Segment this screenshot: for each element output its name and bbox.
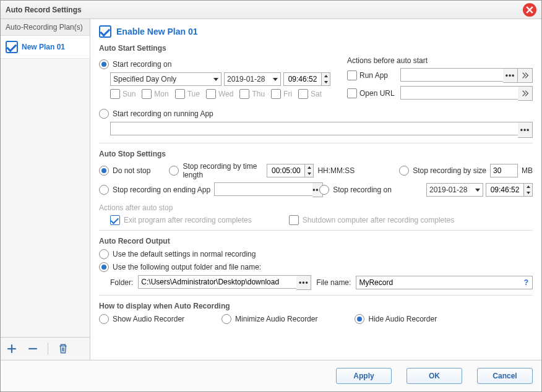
running-app-field: ••• <box>110 122 533 138</box>
stop-datetime-time-spinner[interactable] <box>486 183 533 197</box>
shutdown-checkbox[interactable] <box>289 215 299 225</box>
output-default-radio[interactable] <box>99 249 109 259</box>
start-mode-select[interactable]: Specified Day Only <box>110 72 222 86</box>
exit-program-checkbox[interactable] <box>110 215 120 225</box>
stop-on-ending-app-radio[interactable] <box>99 185 109 195</box>
stop-on-datetime-radio[interactable] <box>319 185 329 195</box>
stop-time-up[interactable] <box>305 164 313 171</box>
stop-datetime-down[interactable] <box>524 190 532 196</box>
stop-by-size-radio[interactable] <box>399 166 409 176</box>
day-mon-checkbox[interactable] <box>142 89 152 99</box>
running-app-input[interactable] <box>110 122 518 135</box>
exit-program-label[interactable]: Exit program after recording completes <box>124 216 252 224</box>
sidebar-header: Auto-Recording Plan(s) <box>1 19 90 36</box>
cancel-label: Cancel <box>493 372 517 380</box>
stop-datetime-time-input[interactable] <box>486 184 523 196</box>
chevron-down-icon <box>324 81 328 83</box>
folder-browse-button[interactable]: ••• <box>296 275 311 290</box>
stop-time-down[interactable] <box>305 171 313 177</box>
stop-by-size-label[interactable]: Stop recording by size <box>413 166 486 175</box>
stop-by-time-radio[interactable] <box>169 166 179 176</box>
run-app-label[interactable]: Run App <box>359 71 398 80</box>
display-minimize-label[interactable]: Minimize Audio Recorder <box>235 315 317 323</box>
stop-time-spinner[interactable] <box>267 164 314 177</box>
day-sat-checkbox[interactable] <box>298 89 308 99</box>
start-date-select[interactable]: 2019-01-28 <box>224 72 281 86</box>
apply-button[interactable]: Apply <box>336 368 392 384</box>
start-time-spinner[interactable] <box>283 72 330 86</box>
output-custom-label[interactable]: Use the following output folder and file… <box>113 263 261 271</box>
minus-icon <box>27 343 38 354</box>
open-url-expand-button[interactable] <box>518 86 533 101</box>
day-fri-label: Fri <box>283 90 292 98</box>
start-on-radio[interactable] <box>99 59 109 69</box>
start-recording-on-row: Start recording on <box>99 59 332 69</box>
sidebar-divider <box>48 343 48 355</box>
stop-date-select[interactable]: 2019-01-28 <box>426 183 483 197</box>
output-default-label[interactable]: Use the default settings in normal recor… <box>113 250 256 258</box>
plan-checkbox[interactable] <box>6 41 18 53</box>
output-custom-radio[interactable] <box>99 262 109 272</box>
display-title: How to display when Auto Recording <box>99 302 533 310</box>
stop-on-datetime-label[interactable]: Stop recording on <box>333 185 392 194</box>
open-url-checkbox[interactable] <box>347 88 357 98</box>
close-button[interactable] <box>523 3 536 17</box>
day-mon-label: Mon <box>154 90 168 98</box>
open-url-row: Open URL <box>347 86 533 101</box>
sidebar-toolbar <box>1 337 90 360</box>
auto-start-title: Auto Start Settings <box>99 44 533 53</box>
chevron-down-icon <box>213 78 218 81</box>
stop-datetime-up[interactable] <box>524 184 532 190</box>
do-not-stop-label[interactable]: Do not stop <box>113 166 150 175</box>
stop-size-input[interactable] <box>490 164 518 177</box>
stop-by-time-label[interactable]: Stop recording by time length <box>183 162 263 179</box>
trash-icon <box>58 343 69 354</box>
stop-time-input[interactable] <box>267 164 304 177</box>
cancel-button[interactable]: Cancel <box>477 368 533 384</box>
run-app-browse-button[interactable]: ••• <box>503 68 518 83</box>
filename-help-button[interactable]: ? <box>520 276 533 289</box>
ok-button[interactable]: OK <box>406 368 462 384</box>
day-thu-label: Thu <box>252 90 265 98</box>
open-url-label[interactable]: Open URL <box>359 89 398 98</box>
day-tue-checkbox[interactable] <box>175 89 185 99</box>
display-show-label[interactable]: Show Audio Recorder <box>113 315 184 323</box>
day-fri-checkbox[interactable] <box>271 89 281 99</box>
run-app-checkbox[interactable] <box>347 70 357 80</box>
day-wed-label: Wed <box>218 90 233 98</box>
divider <box>99 143 533 143</box>
run-app-expand-button[interactable] <box>518 68 533 83</box>
display-show-radio[interactable] <box>99 314 109 324</box>
stop-on-ending-app-label[interactable]: Stop recording on ending App <box>113 185 210 194</box>
time-up-button[interactable] <box>322 73 330 79</box>
dialog-footer: Apply OK Cancel <box>1 360 541 391</box>
start-on-app-radio[interactable] <box>99 109 109 119</box>
start-on-label[interactable]: Start recording on <box>113 60 171 69</box>
start-time-input[interactable] <box>284 73 321 85</box>
ending-app-input[interactable] <box>214 182 312 196</box>
run-app-input[interactable] <box>400 68 503 82</box>
filename-input[interactable] <box>356 276 520 289</box>
day-wed-checkbox[interactable] <box>206 89 216 99</box>
display-hide-label[interactable]: Hide Audio Recorder <box>368 315 437 323</box>
open-url-input[interactable] <box>400 86 518 100</box>
enable-plan-label: Enable New Plan 01 <box>116 27 198 36</box>
display-hide-radio[interactable] <box>355 314 364 324</box>
output-custom-row: Use the following output folder and file… <box>99 262 533 272</box>
delete-plan-button[interactable] <box>57 343 69 355</box>
time-down-button[interactable] <box>322 79 330 85</box>
do-not-stop-radio[interactable] <box>99 166 109 176</box>
day-sun-checkbox[interactable] <box>110 89 120 99</box>
folder-input[interactable] <box>138 275 296 289</box>
display-minimize-radio[interactable] <box>222 314 231 324</box>
plan-item-new-plan[interactable]: New Plan 01 <box>1 36 90 59</box>
start-on-app-label[interactable]: Start recording on running App <box>113 109 213 118</box>
running-app-browse-button[interactable]: ••• <box>518 122 533 138</box>
folder-label: Folder: <box>110 278 133 287</box>
plan-label: New Plan 01 <box>22 43 65 51</box>
enable-plan-checkbox[interactable] <box>99 25 111 38</box>
day-thu-checkbox[interactable] <box>239 89 249 99</box>
remove-plan-button[interactable] <box>27 343 39 355</box>
add-plan-button[interactable] <box>6 343 18 355</box>
shutdown-label[interactable]: Shutdown computer after recording comple… <box>303 216 454 224</box>
